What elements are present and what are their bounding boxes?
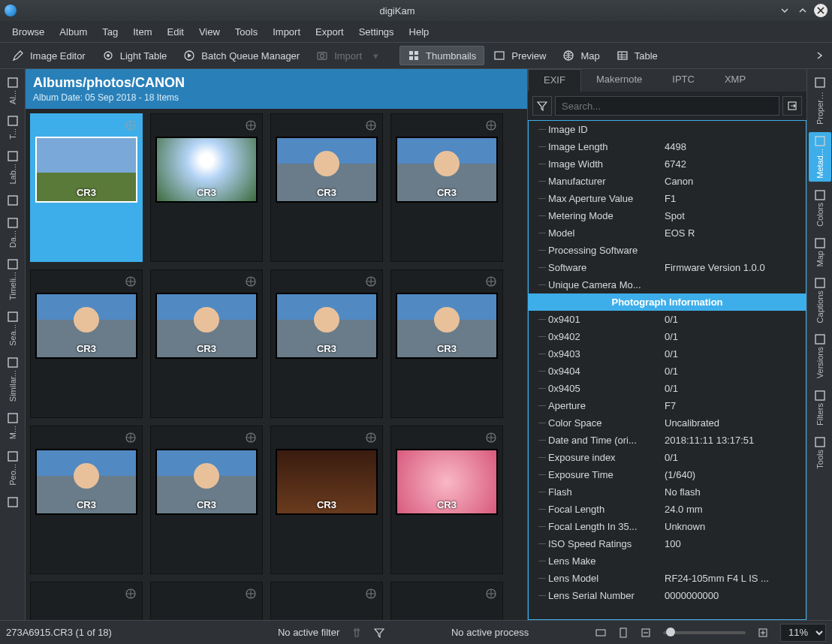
thumbnail[interactable]	[30, 582, 143, 620]
metadata-row[interactable]: ISO Speed Ratings100	[529, 535, 806, 552]
menu-album[interactable]: Album	[52, 23, 95, 41]
thumbnail[interactable]: CR3	[150, 269, 263, 418]
metadata-row[interactable]: Image ID	[529, 121, 806, 138]
thumbnail[interactable]: CR3	[390, 113, 503, 262]
metadata-row[interactable]: 0x94040/1	[529, 363, 806, 380]
captions-tab[interactable]: Captions	[809, 274, 831, 326]
thumbnails-area[interactable]: CR3CR3CR3CR3CR3CR3CR3CR3CR3CR3CR3CR3	[26, 109, 527, 620]
menu-import[interactable]: Import	[265, 23, 308, 41]
tab-exif[interactable]: EXIF	[528, 69, 581, 92]
tab-makernote[interactable]: Makernote	[581, 69, 657, 92]
thumbnail[interactable]: CR3	[30, 113, 143, 262]
search-tab[interactable]: Sea...	[2, 308, 24, 349]
metadata-row[interactable]: Lens ModelRF24-105mm F4 L IS ...	[529, 570, 806, 587]
labels-tab[interactable]: Lab...	[2, 147, 24, 188]
thumbnail[interactable]: CR3	[150, 113, 263, 262]
menu-export[interactable]: Export	[308, 23, 351, 41]
search-input[interactable]	[555, 96, 779, 116]
metadata-list[interactable]: Image IDImage Length4498Image Width6742M…	[528, 120, 806, 620]
metadata-row[interactable]: 0x94050/1	[529, 380, 806, 397]
map-tab[interactable]: M...	[2, 409, 24, 442]
metadata-tab[interactable]: Metad...	[809, 132, 831, 182]
map-view-button[interactable]: Map	[555, 47, 607, 65]
tab-xmp[interactable]: XMP	[710, 69, 761, 92]
metadata-row[interactable]: Lens Serial Number0000000000	[529, 587, 806, 604]
menu-item[interactable]: Item	[125, 23, 159, 41]
menu-tag[interactable]: Tag	[95, 23, 125, 41]
metadata-row[interactable]: Max Aperture ValueF1	[529, 190, 806, 207]
maximize-button[interactable]	[796, 4, 809, 17]
export-metadata-button[interactable]	[782, 96, 802, 116]
metadata-row[interactable]: ApertureF7	[529, 397, 806, 414]
thumbnail[interactable]: CR3	[390, 269, 503, 418]
metadata-row[interactable]: ManufacturerCanon	[529, 173, 806, 190]
trash-icon[interactable]	[351, 627, 362, 638]
thumbnail[interactable]	[270, 582, 383, 620]
metadata-row[interactable]: Processing Software	[529, 242, 806, 259]
metadata-row[interactable]: Focal Length In 35...Unknown	[529, 518, 806, 535]
filter-icon[interactable]	[374, 627, 384, 638]
versions-tab[interactable]: Versions	[809, 330, 831, 381]
map-tab[interactable]: Map	[809, 234, 831, 269]
expand-tab[interactable]	[2, 493, 24, 511]
dates-tab[interactable]: Da...	[2, 214, 24, 251]
zoom-slider[interactable]	[663, 631, 746, 634]
close-button[interactable]	[814, 4, 827, 17]
thumbnail[interactable]: CR3	[30, 269, 143, 418]
menu-settings[interactable]: Settings	[351, 23, 402, 41]
image-editor-button[interactable]: Image Editor	[5, 47, 93, 65]
star-tab[interactable]	[2, 191, 24, 209]
thumbnail[interactable]: CR3	[150, 426, 263, 574]
albums-tab[interactable]: Al...	[2, 74, 24, 107]
thumbnail[interactable]: CR3	[30, 426, 143, 574]
metadata-row[interactable]: SoftwareFirmware Version 1.0.0	[529, 259, 806, 276]
thumbnail[interactable]	[390, 582, 503, 620]
menu-edit[interactable]: Edit	[159, 23, 191, 41]
thumbnail[interactable]: CR3	[270, 269, 383, 418]
menu-browse[interactable]: Browse	[5, 23, 52, 41]
zoom-in-icon[interactable]	[758, 627, 768, 638]
minimize-button[interactable]	[778, 4, 791, 17]
fit-page-icon[interactable]	[618, 627, 629, 638]
timeline-tab[interactable]: Timeli...	[2, 255, 24, 303]
metadata-row[interactable]: Unique Camera Mo...	[529, 276, 806, 293]
batch-queue-button[interactable]: Batch Queue Manager	[176, 47, 307, 65]
metadata-row[interactable]: 0x94030/1	[529, 345, 806, 363]
people-tab[interactable]: Peo...	[2, 447, 24, 489]
metadata-row[interactable]: Exposure index0/1	[529, 449, 806, 466]
metadata-row[interactable]: Lens Make	[529, 552, 806, 570]
fit-width-icon[interactable]	[595, 627, 606, 638]
metadata-row[interactable]: FlashNo flash	[529, 483, 806, 501]
properties-tab[interactable]: Properties	[809, 74, 831, 128]
metadata-row[interactable]: Date and Time (ori...2018:11:11 13:17:51	[529, 432, 806, 449]
zoom-select[interactable]: 11%	[780, 624, 826, 642]
tab-iptc[interactable]: IPTC	[657, 69, 710, 92]
colors-tab[interactable]: Colors	[809, 186, 831, 230]
metadata-row[interactable]: Metering ModeSpot	[529, 207, 806, 224]
metadata-row[interactable]: Focal Length24.0 mm	[529, 501, 806, 518]
thumbnail[interactable]: CR3	[270, 113, 383, 262]
menu-help[interactable]: Help	[402, 23, 437, 41]
menu-tools[interactable]: Tools	[228, 23, 265, 41]
metadata-row[interactable]: Image Length4498	[529, 138, 806, 155]
metadata-row[interactable]: Image Width6742	[529, 155, 806, 173]
metadata-row[interactable]: Exposure Time(1/640)	[529, 466, 806, 483]
thumbnail[interactable]	[150, 582, 263, 620]
tools-tab[interactable]: Tools	[809, 433, 831, 472]
metadata-row[interactable]: ModelEOS R	[529, 224, 806, 242]
filter-button[interactable]	[532, 96, 552, 116]
tags-tab[interactable]: T...	[2, 112, 24, 143]
filters-tab[interactable]: Filters	[809, 387, 831, 429]
metadata-row[interactable]: Color SpaceUncalibrated	[529, 414, 806, 432]
preview-view-button[interactable]: Preview	[486, 47, 553, 65]
metadata-row[interactable]: 0x94010/1	[529, 311, 806, 328]
import-button[interactable]: Import ▾	[309, 47, 390, 65]
thumbnails-view-button[interactable]: Thumbnails	[399, 46, 484, 65]
similar-tab[interactable]: Similar...	[2, 354, 24, 405]
metadata-row[interactable]: 0x94020/1	[529, 328, 806, 345]
thumbnail[interactable]: CR3	[270, 426, 383, 574]
menu-view[interactable]: View	[191, 23, 228, 41]
toolbar-overflow-button[interactable]	[812, 51, 827, 60]
thumbnail[interactable]: CR3	[390, 426, 503, 574]
table-view-button[interactable]: Table	[609, 47, 665, 65]
